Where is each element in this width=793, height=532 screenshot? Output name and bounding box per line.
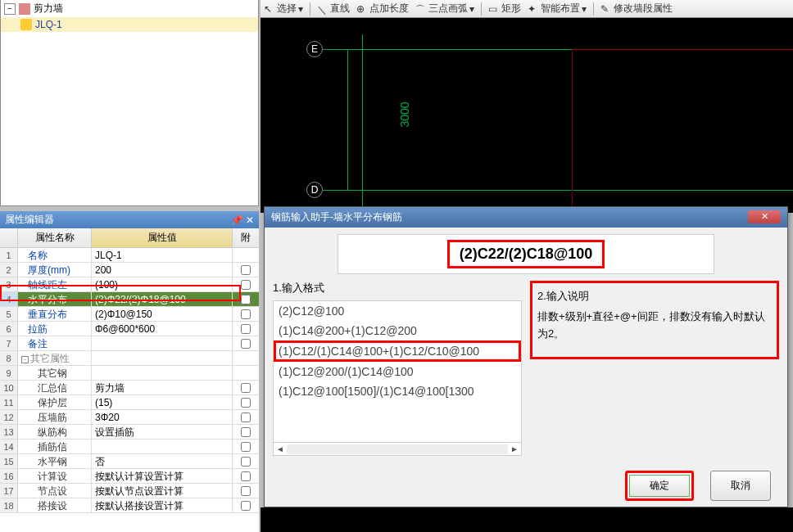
dialog-title-bar[interactable]: 钢筋输入助手-墙水平分布钢筋 ✕ <box>265 207 787 228</box>
property-row[interactable]: 8-其它属性 <box>0 351 259 366</box>
row-value[interactable]: 3Φ20 <box>92 410 233 424</box>
row-value[interactable] <box>92 366 233 380</box>
cursor-icon: ↖ <box>264 3 275 15</box>
row-value[interactable]: (2)Φ10@150 <box>92 307 233 321</box>
cad-viewport[interactable]: E D 3000 <box>261 18 793 213</box>
point-length-tool[interactable]: ⊕ 点加长度 <box>356 2 409 16</box>
row-index: 7 <box>0 336 18 350</box>
attach-checkbox[interactable] <box>241 442 251 452</box>
property-row[interactable]: 15水平钢否 <box>0 454 259 469</box>
row-value[interactable]: 按默认搭接设置计算 <box>92 498 233 512</box>
row-value[interactable]: 200 <box>92 263 233 277</box>
property-row[interactable]: 14插筋信 <box>0 440 259 454</box>
row-value[interactable]: 剪力墙 <box>92 381 233 394</box>
attach-checkbox[interactable] <box>241 295 251 304</box>
attach-checkbox[interactable] <box>241 457 251 467</box>
attach-checkbox[interactable] <box>241 280 251 290</box>
format-item[interactable]: (2)C12@100 <box>274 301 521 321</box>
row-index: 12 <box>0 410 18 424</box>
row-value[interactable]: 按默认节点设置计算 <box>92 484 233 498</box>
property-row[interactable]: 3轴线距左(100) <box>0 277 259 292</box>
row-index: 9 <box>0 366 18 380</box>
row-value[interactable] <box>92 440 233 453</box>
tree-root-item[interactable]: − 剪力墙 <box>1 0 258 17</box>
property-row[interactable]: 16计算设按默认计算设置计算 <box>0 469 259 484</box>
pin-icon[interactable]: 📌 ✕ <box>231 214 254 226</box>
description-box: 2.输入说明 排数+级别+直径+@+间距，排数没有输入时默认为2。 <box>530 281 779 359</box>
horizontal-scrollbar[interactable]: ◄ ► <box>274 442 521 455</box>
row-value[interactable]: (2)Φ22/(2)Φ18@100 <box>92 292 233 306</box>
property-row[interactable]: 6拉筋Φ6@600*600 <box>0 322 259 336</box>
dialog-columns: 1.输入格式 (2)C12@100 (1)C14@200+(1)C12@200 … <box>273 281 779 456</box>
attach-checkbox[interactable] <box>241 265 251 275</box>
property-row[interactable]: 13纵筋构设置插筋 <box>0 425 259 440</box>
row-value[interactable]: (15) <box>92 395 233 409</box>
attach-checkbox[interactable] <box>241 309 251 319</box>
row-checkbox-cell <box>233 469 259 483</box>
dialog-title: 钢筋输入助手-墙水平分布钢筋 <box>271 210 402 224</box>
attach-checkbox[interactable] <box>241 383 251 393</box>
row-value[interactable]: Φ6@600*600 <box>92 322 233 336</box>
property-row[interactable]: 11保护层(15) <box>0 395 259 410</box>
row-index: 13 <box>0 425 18 439</box>
row-index: 15 <box>0 454 18 468</box>
property-row[interactable]: 9其它钢 <box>0 366 259 381</box>
row-value[interactable]: 否 <box>92 454 233 468</box>
property-row[interactable]: 2厚度(mm)200 <box>0 263 259 277</box>
row-value[interactable]: 按默认计算设置计算 <box>92 469 233 483</box>
tree-child-item[interactable]: JLQ-1 <box>1 17 258 32</box>
row-value[interactable]: 设置插筋 <box>92 425 233 439</box>
grid-line-h <box>323 190 793 191</box>
rect-tool[interactable]: ▭ 矩形 <box>488 2 521 16</box>
row-name: 节点设 <box>18 484 92 498</box>
scroll-right-icon[interactable]: ► <box>508 444 521 453</box>
attach-checkbox[interactable] <box>241 324 251 334</box>
row-index: 6 <box>0 322 18 336</box>
format-item[interactable]: (1)C12@100[1500]/(1)C14@100[1300 <box>274 381 521 401</box>
property-row[interactable]: 12压墙筋3Φ20 <box>0 410 259 425</box>
property-row[interactable]: 7备注 <box>0 336 259 351</box>
property-row[interactable]: 1名称JLQ-1 <box>0 248 259 263</box>
viewport-bottom <box>261 507 793 532</box>
property-row[interactable]: 18搭接设按默认搭接设置计算 <box>0 498 259 513</box>
ok-button[interactable]: 确定 <box>629 475 690 497</box>
row-checkbox-cell <box>233 263 259 277</box>
attach-checkbox[interactable] <box>241 339 251 349</box>
scroll-left-icon[interactable]: ◄ <box>274 444 287 453</box>
attach-checkbox[interactable] <box>241 471 251 481</box>
tree-root-label: 剪力墙 <box>34 2 63 16</box>
line-tool[interactable]: ＼ 直线 <box>317 2 350 16</box>
row-value[interactable]: JLQ-1 <box>92 248 233 262</box>
row-index: 10 <box>0 381 18 394</box>
format-item-highlighted[interactable]: (1)C12/(1)C14@100+(1)C12/C10@100 <box>274 340 521 362</box>
modify-wall-tool[interactable]: ✎ 修改墙段属性 <box>600 2 673 16</box>
row-value[interactable] <box>92 336 233 350</box>
row-checkbox-cell <box>233 292 259 306</box>
format-item[interactable]: (1)C14@200+(1)C12@200 <box>274 321 521 340</box>
desc-label: 2.输入说明 <box>537 288 772 305</box>
attach-checkbox[interactable] <box>241 398 251 408</box>
property-row[interactable]: 5垂直分布(2)Φ10@150 <box>0 307 259 322</box>
row-value[interactable]: (100) <box>92 277 233 291</box>
attach-checkbox[interactable] <box>241 413 251 422</box>
attach-checkbox[interactable] <box>241 486 251 496</box>
collapse-icon[interactable]: − <box>4 3 16 15</box>
row-name: 厚度(mm) <box>18 263 92 277</box>
property-row[interactable]: 4水平分布(2)Φ22/(2)Φ18@100 <box>0 292 259 307</box>
row-value[interactable] <box>92 351 233 365</box>
attach-checkbox[interactable] <box>241 501 251 511</box>
tree-child-label: JLQ-1 <box>35 19 62 30</box>
cancel-button[interactable]: 取消 <box>710 471 771 501</box>
arc3-tool[interactable]: ⌒ 三点画弧 ▾ <box>415 2 474 16</box>
input-display[interactable]: (2)C22/(2)C18@100 <box>338 234 714 274</box>
expand-icon[interactable]: - <box>21 356 29 363</box>
close-button[interactable]: ✕ <box>748 210 781 223</box>
format-item[interactable]: (1)C12@200/(1)C14@100 <box>274 362 521 381</box>
scroll-track[interactable] <box>287 444 508 454</box>
property-row[interactable]: 10汇总信剪力墙 <box>0 381 259 395</box>
attach-checkbox[interactable] <box>241 427 251 437</box>
format-list[interactable]: (2)C12@100 (1)C14@200+(1)C12@200 (1)C12/… <box>273 300 522 456</box>
select-tool[interactable]: ↖ 选择 ▾ <box>264 2 303 16</box>
property-row[interactable]: 17节点设按默认节点设置计算 <box>0 484 259 498</box>
smart-layout-tool[interactable]: ✦ 智能布置 ▾ <box>528 2 587 16</box>
